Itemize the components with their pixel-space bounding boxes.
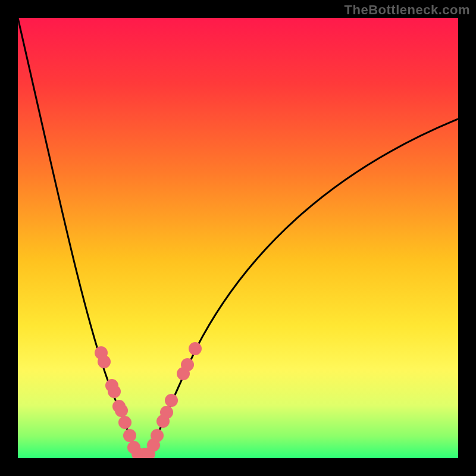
data-marker	[115, 404, 128, 417]
plot-area	[18, 18, 458, 458]
data-marker	[189, 342, 202, 355]
marker-group	[95, 342, 202, 458]
watermark-text: TheBottleneck.com	[345, 2, 470, 18]
data-marker	[98, 355, 111, 368]
data-marker	[118, 416, 131, 429]
curve-right-branch	[149, 119, 458, 455]
curve-layer	[18, 18, 458, 458]
data-marker	[181, 358, 194, 371]
data-marker	[160, 406, 173, 419]
data-marker	[108, 385, 121, 398]
data-marker	[123, 429, 136, 442]
chart-frame: TheBottleneck.com	[0, 0, 476, 476]
data-marker	[151, 429, 164, 442]
data-marker	[165, 394, 178, 407]
